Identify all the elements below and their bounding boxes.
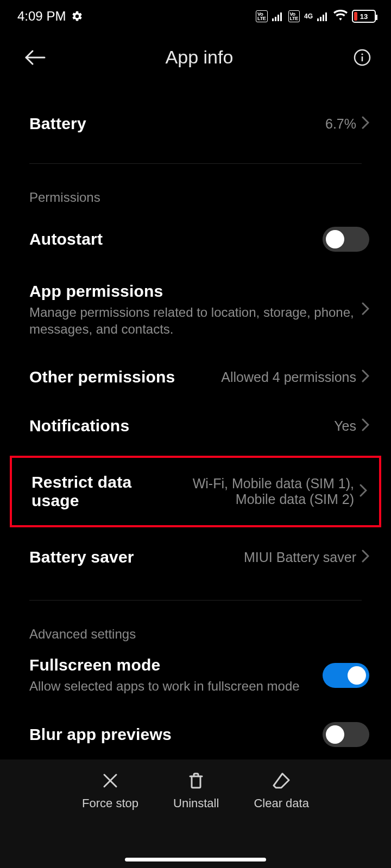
svg-rect-0 xyxy=(272,18,274,21)
net-4g-label: 4G xyxy=(304,14,313,19)
notifications-title: Notifications xyxy=(29,417,324,435)
bottom-action-bar: Force stop Uninstall Clear data xyxy=(0,760,391,868)
settings-list: Battery 6.7% Permissions Autostart App p… xyxy=(0,84,391,759)
section-advanced-header: Advanced settings xyxy=(0,601,391,648)
wifi-icon xyxy=(333,9,348,24)
svg-rect-5 xyxy=(320,17,321,21)
autostart-toggle[interactable] xyxy=(323,227,369,252)
battery-value: 6.7% xyxy=(325,116,356,132)
svg-rect-6 xyxy=(323,15,324,21)
force-stop-label: Force stop xyxy=(82,796,138,810)
battery-icon: 13 xyxy=(352,10,376,23)
row-blur-previews[interactable]: Blur app previews xyxy=(0,710,391,759)
fullscreen-subtitle: Allow selected apps to work in fullscree… xyxy=(29,678,315,694)
volte-badge-1: VoLTE xyxy=(256,10,267,22)
chevron-right-icon xyxy=(362,418,369,433)
restrict-title: Restrict data usage xyxy=(31,473,181,510)
other-permissions-value: Allowed 4 permissions xyxy=(221,369,356,385)
row-fullscreen-mode[interactable]: Fullscreen mode Allow selected apps to w… xyxy=(0,648,391,710)
fullscreen-title: Fullscreen mode xyxy=(29,656,315,674)
status-bar: 4:09 PM VoLTE VoLTE 4G 13 xyxy=(0,0,391,33)
svg-rect-1 xyxy=(275,17,276,21)
uninstall-button[interactable]: Uninstall xyxy=(173,771,219,810)
eraser-icon xyxy=(272,771,291,792)
uninstall-label: Uninstall xyxy=(173,796,219,810)
autostart-title: Autostart xyxy=(29,230,315,248)
clear-data-button[interactable]: Clear data xyxy=(254,771,309,810)
home-indicator[interactable] xyxy=(125,858,266,861)
back-button[interactable] xyxy=(24,49,46,66)
volte-badge-2: VoLTE xyxy=(288,10,300,22)
page-title: App info xyxy=(166,47,234,68)
signal-bars-2-icon xyxy=(317,11,329,21)
blur-toggle[interactable] xyxy=(323,722,369,747)
svg-rect-3 xyxy=(280,12,282,21)
restrict-value: Wi-Fi, Mobile data (SIM 1), Mobile data … xyxy=(191,476,354,507)
settings-sync-icon xyxy=(71,10,83,22)
battery-pct: 13 xyxy=(353,12,375,21)
blur-title: Blur app previews xyxy=(29,725,315,744)
fullscreen-toggle[interactable] xyxy=(323,663,369,688)
force-stop-button[interactable]: Force stop xyxy=(82,771,138,810)
battery-title: Battery xyxy=(29,114,316,133)
chevron-right-icon xyxy=(362,116,369,131)
row-battery[interactable]: Battery 6.7% xyxy=(0,84,391,163)
trash-icon xyxy=(187,771,205,792)
svg-rect-7 xyxy=(325,12,327,21)
chevron-right-icon xyxy=(362,369,369,385)
notifications-value: Yes xyxy=(334,418,356,434)
row-notifications[interactable]: Notifications Yes xyxy=(0,401,391,450)
battery-saver-value: MIUI Battery saver xyxy=(244,550,356,565)
app-permissions-title: App permissions xyxy=(29,282,356,301)
row-autostart[interactable]: Autostart xyxy=(0,212,391,267)
svg-rect-2 xyxy=(278,15,279,21)
app-permissions-subtitle: Manage permissions related to location, … xyxy=(29,304,356,337)
section-permissions-header: Permissions xyxy=(0,164,391,212)
svg-point-10 xyxy=(361,53,363,55)
status-time: 4:09 PM xyxy=(17,9,66,24)
signal-bars-1-icon xyxy=(272,11,284,21)
chevron-right-icon xyxy=(362,302,369,317)
app-header: App info xyxy=(0,33,391,84)
info-button[interactable] xyxy=(353,48,371,67)
chevron-right-icon xyxy=(362,550,369,565)
chevron-right-icon xyxy=(360,484,367,499)
row-app-permissions[interactable]: App permissions Manage permissions relat… xyxy=(0,267,391,353)
row-other-permissions[interactable]: Other permissions Allowed 4 permissions xyxy=(0,353,391,401)
row-battery-saver[interactable]: Battery saver MIUI Battery saver xyxy=(0,533,391,582)
other-permissions-title: Other permissions xyxy=(29,368,211,386)
close-icon xyxy=(101,771,119,792)
row-restrict-data-usage[interactable]: Restrict data usage Wi-Fi, Mobile data (… xyxy=(10,456,381,527)
clear-data-label: Clear data xyxy=(254,796,309,810)
svg-rect-4 xyxy=(317,18,319,21)
battery-saver-title: Battery saver xyxy=(29,548,234,566)
